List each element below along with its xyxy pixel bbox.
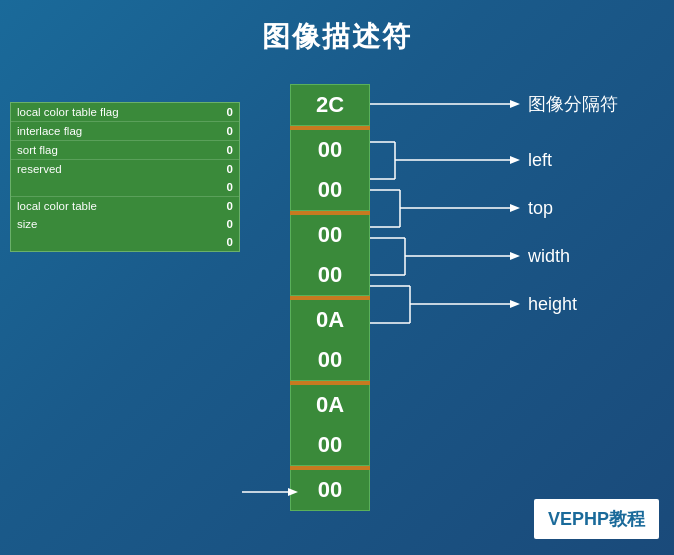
left-row-5b: size 0 bbox=[11, 215, 239, 233]
page-title: 图像描述符 bbox=[0, 0, 674, 74]
svg-marker-1 bbox=[510, 100, 520, 108]
hex-block-height-00: 00 bbox=[290, 425, 370, 466]
left-row-1: local color table flag 0 bbox=[11, 103, 239, 122]
left-row-5c: 0 bbox=[11, 233, 239, 251]
left-row-4a: reserved 0 bbox=[11, 160, 239, 178]
right-label-left: left bbox=[528, 150, 552, 171]
right-label-width: width bbox=[528, 246, 570, 267]
diagram-wrapper: local color table flag 0 interlace flag … bbox=[0, 74, 674, 554]
watermark: VEPHP教程 bbox=[534, 499, 659, 539]
svg-marker-6 bbox=[510, 156, 520, 164]
right-label-height: height bbox=[528, 294, 577, 315]
hex-block-width-00: 00 bbox=[290, 340, 370, 381]
svg-marker-16 bbox=[510, 252, 520, 260]
right-label-top: top bbox=[528, 198, 553, 219]
hex-block-top-00a: 00 bbox=[290, 215, 370, 255]
left-row-2: interlace flag 0 bbox=[11, 122, 239, 141]
svg-marker-21 bbox=[510, 300, 520, 308]
center-hex-column: 2C 00 00 00 00 0A 00 0A 00 bbox=[290, 84, 370, 511]
hex-block-height-0a: 0A bbox=[290, 385, 370, 425]
left-row-3: sort flag 0 bbox=[11, 141, 239, 160]
svg-marker-11 bbox=[510, 204, 520, 212]
hex-block-width-0a: 0A bbox=[290, 300, 370, 340]
hex-block-packed-00: 00 bbox=[290, 470, 370, 511]
hex-block-left-00b: 00 bbox=[290, 170, 370, 211]
left-row-5a: local color table 0 bbox=[11, 197, 239, 215]
hex-block-top-00b: 00 bbox=[290, 255, 370, 296]
hex-block-2c: 2C bbox=[290, 84, 370, 126]
left-info-panel: local color table flag 0 interlace flag … bbox=[10, 102, 240, 252]
hex-block-left-00a: 00 bbox=[290, 130, 370, 170]
right-label-separator: 图像分隔符 bbox=[528, 92, 618, 116]
left-row-4b: 0 bbox=[11, 178, 239, 197]
